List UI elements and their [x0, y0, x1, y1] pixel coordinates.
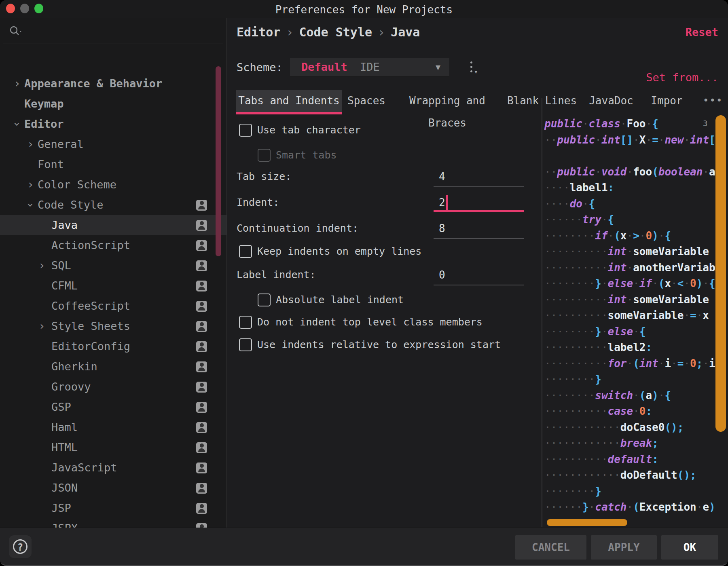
tab-impor[interactable]: Impor	[642, 90, 692, 112]
sidebar-item-label: JavaScript	[51, 458, 117, 478]
sidebar-item-jsp[interactable]: JSP	[0, 498, 226, 518]
use-tab-character-checkbox[interactable]	[239, 124, 252, 137]
search-input[interactable]	[0, 18, 226, 44]
code-line: ··········for·(int·i·=·0;·i	[544, 356, 728, 372]
search-icon[interactable]	[9, 25, 23, 40]
keep-indents-checkbox[interactable]	[239, 245, 252, 258]
help-button[interactable]: ?	[9, 535, 32, 558]
tab-wrapping-and-braces[interactable]: Wrapping and Braces	[391, 90, 504, 112]
person-icon	[196, 321, 207, 332]
use-tab-character-label: Use tab character	[257, 122, 361, 138]
sidebar-item-sql[interactable]: ›SQL	[0, 256, 226, 276]
sidebar-item-gsp[interactable]: GSP	[0, 397, 226, 417]
code-line: ········}·else·if·(x·<·0)·{	[544, 276, 728, 292]
ok-button[interactable]: OK	[661, 535, 718, 560]
chevron-right-icon[interactable]: ›	[38, 258, 45, 274]
indent-field[interactable]: 2	[439, 194, 445, 211]
sidebar-item-groovy[interactable]: Groovy	[0, 377, 226, 397]
sidebar-item-editorconfig[interactable]: EditorConfig	[0, 336, 226, 357]
sidebar-scrollbar[interactable]	[216, 66, 221, 256]
chevron-right-icon[interactable]: ›	[38, 318, 45, 334]
use-indents-relative-checkbox[interactable]	[239, 338, 252, 351]
help-icon: ?	[13, 539, 28, 554]
sidebar-item-code-style[interactable]: ›Code Style	[0, 195, 226, 215]
breadcrumb-java[interactable]: Java	[391, 25, 420, 39]
sidebar-item-java[interactable]: Java	[0, 215, 226, 235]
sidebar-item-label: EditorConfig	[51, 336, 130, 357]
chevron-right-icon[interactable]: ›	[27, 136, 34, 152]
tab-overflow-button[interactable]: ••• 3	[703, 90, 728, 112]
sidebar-item-color-scheme[interactable]: ›Color Scheme	[0, 175, 226, 195]
set-from-link[interactable]: Set from...	[646, 70, 718, 86]
sidebar-item-haml[interactable]: Haml	[0, 417, 226, 437]
smart-tabs-checkbox	[258, 149, 271, 162]
sidebar-item-font[interactable]: Font	[0, 154, 226, 175]
sidebar-item-editor[interactable]: ›Editor	[0, 114, 226, 134]
sidebar-item-style-sheets[interactable]: ›Style Sheets	[0, 316, 226, 336]
apply-button[interactable]: APPLY	[591, 535, 657, 560]
tab-javadoc[interactable]: JavaDoc	[580, 90, 642, 112]
person-icon	[196, 523, 207, 528]
keep-indents-label: Keep indents on empty lines	[257, 243, 421, 260]
code-line: ··········int·someVariable	[544, 292, 728, 308]
breadcrumb-editor[interactable]: Editor	[237, 25, 280, 39]
tab-spaces[interactable]: Spaces	[342, 90, 391, 112]
absolute-label-indent-checkbox[interactable]	[258, 294, 271, 306]
sidebar-item-label: Groovy	[51, 377, 91, 397]
tab-tabs-and-indents[interactable]: Tabs and Indents	[236, 90, 342, 112]
sidebar-item-label: Code Style	[38, 195, 104, 215]
dropdown-arrow-icon[interactable]: ▼	[436, 58, 440, 76]
continuation-indent-field[interactable]: 8	[439, 220, 445, 237]
label-indent-label: Label indent:	[237, 267, 316, 283]
chevron-right-icon[interactable]: ›	[27, 177, 34, 193]
ellipsis-icon: •••	[703, 95, 723, 106]
sidebar-item-label: Color Scheme	[38, 175, 116, 195]
sidebar-tree: ›Appearance & BehaviorKeymap›Editor›Gene…	[0, 44, 226, 528]
chevron-right-icon[interactable]: ›	[14, 76, 21, 92]
preview-divider	[542, 98, 542, 527]
continuation-indent-underline	[434, 238, 524, 239]
sidebar-item-keymap[interactable]: Keymap	[0, 94, 226, 114]
do-not-indent-checkbox[interactable]	[239, 316, 252, 329]
sidebar-item-json[interactable]: JSON	[0, 478, 226, 498]
chevron-down-icon[interactable]: ›	[9, 121, 25, 128]
person-icon	[196, 240, 207, 251]
sidebar-item-label: Keymap	[24, 94, 64, 114]
sidebar-item-label: Editor	[24, 114, 64, 134]
sidebar-item-label: GSP	[51, 397, 71, 417]
person-icon	[196, 503, 207, 514]
sidebar-item-coffeescript[interactable]: CoffeeScript	[0, 296, 226, 316]
person-icon	[196, 402, 207, 413]
cancel-button[interactable]: CANCEL	[515, 535, 586, 560]
indent-label: Indent:	[237, 194, 279, 211]
person-icon	[196, 341, 207, 352]
sidebar-item-cfml[interactable]: CFML	[0, 276, 226, 296]
sidebar-item-appearance-behavior[interactable]: ›Appearance & Behavior	[0, 74, 226, 94]
code-line: public·class·Foo·{	[544, 116, 728, 132]
preview-vertical-scrollbar[interactable]	[715, 115, 726, 432]
window-title: Preferences for New Projects	[0, 0, 728, 18]
reset-link[interactable]: Reset	[686, 23, 718, 41]
sidebar-item-label: JSPX	[51, 518, 78, 528]
sidebar-item-actionscript[interactable]: ActionScript	[0, 235, 226, 256]
tab-size-field[interactable]: 4	[439, 169, 445, 185]
scheme-dropdown[interactable]: Default IDE ▼	[290, 58, 449, 77]
sidebar-item-javascript[interactable]: JavaScript	[0, 458, 226, 478]
sidebar-item-general[interactable]: ›General	[0, 134, 226, 154]
sidebar-item-gherkin[interactable]: Gherkin	[0, 357, 226, 377]
code-line: ······}·catch·(Exception·e)	[544, 499, 728, 515]
tab-size-label: Tab size:	[237, 169, 291, 185]
sidebar-item-jspx[interactable]: JSPX	[0, 518, 226, 528]
label-indent-field[interactable]: 0	[439, 267, 445, 283]
preferences-window: Preferences for New Projects ›Appearance…	[0, 0, 728, 566]
smart-tabs-label: Smart tabs	[276, 147, 337, 163]
sidebar-item-html[interactable]: HTML	[0, 437, 226, 458]
breadcrumb-code-style[interactable]: Code Style	[299, 25, 372, 39]
sidebar-item-label: Java	[51, 215, 78, 235]
chevron-down-icon[interactable]: ›	[22, 202, 38, 209]
sidebar-item-label: Style Sheets	[51, 316, 130, 336]
text-caret	[446, 195, 448, 210]
sidebar-item-label: CFML	[51, 276, 78, 296]
kebab-menu-icon[interactable]: ▾	[467, 61, 483, 77]
preview-horizontal-scrollbar[interactable]	[547, 519, 627, 526]
